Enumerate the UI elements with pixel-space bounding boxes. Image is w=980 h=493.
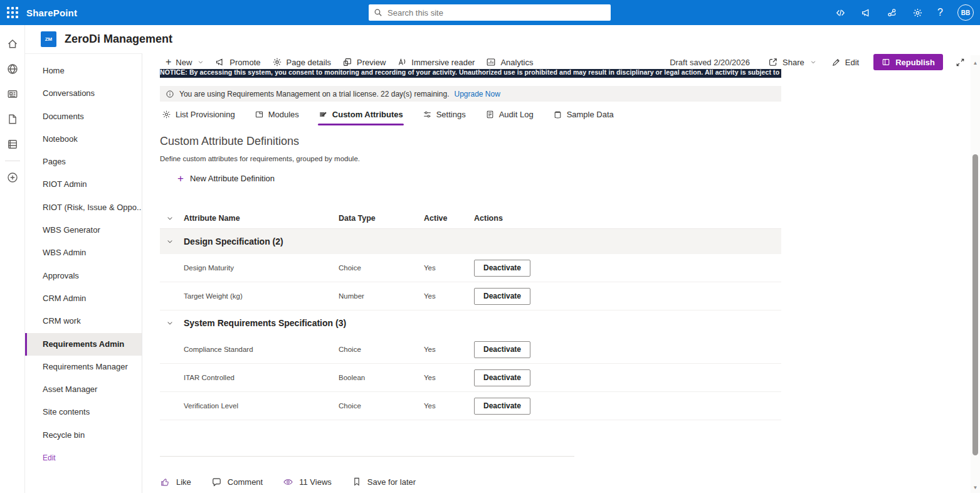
app-launcher-icon[interactable] (0, 0, 25, 25)
deactivate-button[interactable]: Deactivate (474, 260, 530, 277)
attributes-table: Attribute Name Data Type Active Actions … (160, 208, 781, 420)
deactivate-button[interactable]: Deactivate (474, 369, 530, 386)
sidebar-item-site-contents[interactable]: Site contents (25, 401, 142, 423)
col-header-active: Active (424, 214, 474, 223)
page-content: + New Promote Page details Preview Immer… (142, 53, 980, 493)
news-icon[interactable] (0, 82, 25, 107)
tab-sample-data[interactable]: Sample Data (551, 109, 616, 120)
actions-cell: Deactivate (474, 398, 781, 415)
scrollbar-thumb[interactable] (972, 154, 978, 455)
deactivate-button[interactable]: Deactivate (474, 288, 530, 305)
scroll-down-arrow[interactable]: ▼ (971, 483, 980, 492)
attribute-data-type: Choice (339, 346, 424, 353)
sidebar-item-requirements-manager[interactable]: Requirements Manager (25, 356, 142, 378)
preview-button[interactable]: Preview (337, 55, 391, 70)
document-icon[interactable] (0, 107, 25, 132)
like-button[interactable]: Like (160, 477, 191, 487)
tab-settings[interactable]: Settings (421, 109, 468, 120)
add-icon[interactable] (0, 165, 25, 190)
share-button[interactable]: Share (762, 55, 822, 70)
scroll-up-arrow[interactable]: ▲ (971, 58, 980, 67)
analytics-button[interactable]: Analytics (480, 55, 539, 70)
site-title[interactable]: ZeroDi Management (65, 33, 172, 46)
group-row[interactable]: Design Specification (2) (160, 229, 781, 254)
sidebar-item-asset-manager[interactable]: Asset Manager (25, 378, 142, 401)
attribute-name: Design Maturity (184, 264, 339, 272)
table-row: ITAR ControlledBooleanYesDeactivate (160, 364, 781, 392)
attribute-name: Verification Level (184, 402, 339, 410)
sidebar-item-pages[interactable]: Pages (25, 151, 142, 173)
fullscreen-expand-icon[interactable] (956, 58, 965, 67)
dev-mode-icon[interactable] (835, 7, 846, 18)
sidebar-item-crm-admin[interactable]: CRM Admin (25, 287, 142, 310)
module-tabs: List Provisioning Modules Custom Attribu… (160, 106, 616, 122)
chevron-down-icon (810, 59, 816, 65)
rail-divider (5, 161, 20, 161)
tab-custom-attributes[interactable]: Custom Attributes (317, 109, 405, 120)
immersive-reader-button[interactable]: Immersive reader (391, 55, 480, 70)
app-rail (0, 25, 25, 493)
suite-top-bar: SharePoint ? BB (0, 0, 980, 25)
attribute-active: Yes (424, 374, 474, 381)
site-search-box[interactable] (369, 4, 611, 21)
trial-license-banner: You are using Requirements Management on… (160, 86, 781, 102)
new-attribute-definition-button[interactable]: + New Attribute Definition (177, 173, 275, 184)
tab-modules[interactable]: Modules (253, 109, 301, 120)
attribute-active: Yes (424, 292, 474, 300)
library-icon[interactable] (0, 132, 25, 157)
comment-button[interactable]: Comment (211, 477, 263, 487)
chevron-down-icon[interactable] (160, 319, 184, 327)
globe-icon[interactable] (0, 56, 25, 82)
attribute-data-type: Choice (339, 402, 424, 410)
tab-list-provisioning[interactable]: List Provisioning (160, 109, 237, 120)
search-input[interactable] (387, 8, 606, 18)
sidebar-item-wbs-admin[interactable]: WBS Admin (25, 241, 142, 264)
sidebar-item-conversations[interactable]: Conversations (25, 82, 142, 105)
sidebar-item-riot-risk-issue-oppo[interactable]: RIOT (Risk, Issue & Oppo... (25, 196, 142, 219)
sidebar-item-notebook[interactable]: Notebook (25, 128, 142, 151)
sidebar-item-documents[interactable]: Documents (25, 105, 142, 128)
deactivate-button[interactable]: Deactivate (474, 398, 530, 415)
deactivate-button[interactable]: Deactivate (474, 341, 530, 358)
chevron-down-icon[interactable] (160, 215, 184, 222)
edit-button[interactable]: Edit (826, 55, 865, 70)
new-button[interactable]: + New (160, 55, 209, 70)
group-name: Design Specification (2) (184, 236, 781, 246)
account-avatar[interactable]: BB (957, 4, 974, 21)
sidebar-item-crm-work[interactable]: CRM work (25, 310, 142, 332)
plus-icon: + (166, 57, 171, 67)
command-bar-right: Draft saved 2/20/2026 Share Edit Republi… (670, 54, 965, 70)
sidebar-item-recycle-bin[interactable]: Recycle bin (25, 424, 142, 447)
promote-button[interactable]: Promote (209, 55, 266, 70)
edit-table-icon (319, 110, 328, 119)
settings-gear-icon[interactable] (912, 7, 923, 18)
chevron-down-icon[interactable] (160, 238, 184, 245)
sidebar-item-requirements-admin[interactable]: Requirements Admin (25, 333, 142, 356)
upgrade-now-link[interactable]: Upgrade Now (454, 90, 500, 98)
sidebar-item-home[interactable]: Home (25, 60, 142, 82)
group-row[interactable]: System Requirements Specification (3) (160, 310, 781, 336)
announcements-icon[interactable] (860, 7, 872, 18)
page-details-button[interactable]: Page details (266, 55, 337, 70)
site-logo[interactable]: ZM (41, 31, 56, 47)
sidebar-item-riot-admin[interactable]: RIOT Admin (25, 173, 142, 196)
modules-icon (255, 110, 264, 119)
suite-nav-icons: ? BB (835, 0, 974, 25)
save-for-later-button[interactable]: Save for later (352, 477, 416, 487)
attribute-name: Compliance Standard (184, 346, 339, 353)
preview-icon (342, 57, 352, 67)
sidebar-item-wbs-generator[interactable]: WBS Generator (25, 219, 142, 241)
republish-button[interactable]: Republish (873, 54, 943, 70)
tab-audit-log[interactable]: Audit Log (483, 109, 535, 120)
connections-icon[interactable] (886, 7, 897, 18)
sidebar-edit-link[interactable]: Edit (25, 447, 142, 469)
vertical-scrollbar[interactable]: ▲ ▼ (971, 55, 980, 493)
sidebar-item-approvals[interactable]: Approvals (25, 265, 142, 287)
table-header-row: Attribute Name Data Type Active Actions (160, 208, 781, 229)
attribute-data-type: Number (339, 292, 424, 300)
suite-app-name[interactable]: SharePoint (26, 8, 77, 18)
help-icon[interactable]: ? (937, 7, 943, 18)
comments-divider (160, 456, 574, 457)
home-icon[interactable] (0, 31, 25, 56)
table-row: Verification LevelChoiceYesDeactivate (160, 392, 781, 420)
